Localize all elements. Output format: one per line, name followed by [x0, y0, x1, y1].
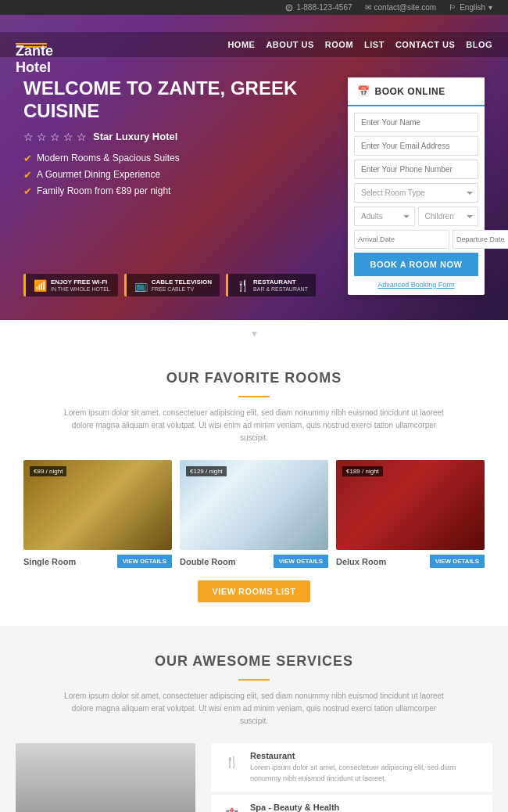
amenity-restaurant: 🍴 RESTAURANT BAR & RESTAURANT [226, 274, 316, 296]
nav-home[interactable]: HOME [227, 40, 255, 49]
rooms-section: OUR FAVORITE ROOMS Lorem ipsum dolor sit… [0, 347, 508, 626]
services-section-desc: Lorem ipsum dolor sit amet, consectetuer… [59, 690, 449, 728]
view-details-double[interactable]: VIEW DETAILS [274, 555, 328, 568]
phone-input[interactable] [354, 160, 478, 179]
star-rating: ☆ ☆ ☆ ☆ ☆ Star Luxury Hotel [23, 131, 332, 143]
scroll-indicator: ▾ [0, 320, 508, 347]
star-4: ☆ [63, 131, 73, 143]
services-image [16, 743, 195, 812]
check-icon-2: ✔ [23, 169, 32, 181]
name-input[interactable] [354, 113, 478, 132]
email-info: ✉ contact@site.com [365, 3, 437, 12]
hero-section: Zante Hotel HOME ABOUT US ROOM LIST CONT… [0, 15, 508, 320]
nav-list[interactable]: LIST [364, 40, 385, 49]
restaurant-icon: 🍴 [236, 279, 249, 292]
star-1: ☆ [23, 131, 34, 143]
room-type-select[interactable]: Select Room Type Single Room Double Room… [354, 183, 478, 203]
star-5: ☆ [77, 131, 87, 143]
rooms-divider [238, 396, 270, 397]
feature-2: ✔ A Gourmet Dining Experience [23, 169, 332, 181]
guests-row: Adults 1 2 3 Children 0 1 2 [354, 207, 478, 226]
room-footer-double: Double Room VIEW DETAILS [180, 555, 328, 568]
services-header: OUR AWESOME SERVICES Lorem ipsum dolor s… [16, 653, 492, 728]
room-price-single: €89 / night [30, 466, 66, 476]
services-content: 🍴 Restaurant Lorem ipsum dolor sit amet,… [16, 743, 492, 812]
check-icon-3: ✔ [23, 185, 32, 197]
rooms-section-title: OUR FAVORITE ROOMS [16, 370, 492, 386]
amenity-wifi: 📶 ENJOY FREE WI-FI IN THE WHOLE HOTEL [23, 274, 118, 296]
amenity-bar: 📶 ENJOY FREE WI-FI IN THE WHOLE HOTEL 📺 … [23, 274, 316, 296]
site-header: Zante Hotel HOME ABOUT US ROOM LIST CONT… [0, 32, 508, 57]
spa-service-icon: 🏥 [220, 803, 242, 812]
nav-contact[interactable]: CONTACT US [395, 40, 455, 49]
arrival-input[interactable] [354, 230, 449, 249]
hero-features: ✔ Modern Rooms & Spacious Suites ✔ A Gou… [23, 153, 332, 197]
email-input[interactable] [354, 136, 478, 156]
conf-room-bg [16, 743, 195, 812]
nav-about[interactable]: ABOUT US [266, 40, 313, 49]
advanced-booking-link[interactable]: Advanced Booking Form [354, 281, 478, 289]
site-logo: Zante Hotel [16, 41, 47, 48]
wifi-icon: 📶 [34, 279, 47, 292]
room-footer-single: Single Room VIEW DETAILS [23, 555, 172, 568]
check-icon-1: ✔ [23, 153, 32, 164]
tv-icon: 📺 [134, 279, 148, 292]
adults-select[interactable]: Adults 1 2 3 [354, 207, 415, 226]
dates-row [354, 230, 478, 249]
scroll-down-icon: ▾ [252, 327, 257, 340]
booking-panel: 📅 BOOK ONLINE Select Room Type Single Ro… [348, 77, 485, 295]
room-image-single: €89 / night [23, 460, 172, 550]
services-list: 🍴 Restaurant Lorem ipsum dolor sit amet,… [211, 743, 492, 812]
amenity-tv: 📺 CABLE TELEVISION FREE CABLE TV [124, 274, 220, 296]
view-details-single[interactable]: VIEW DETAILS [117, 555, 172, 568]
hero-content: WELCOME TO ZANTE, GREEK CUISINE ☆ ☆ ☆ ☆ … [0, 15, 508, 311]
book-now-button[interactable]: BOOK A ROOM NOW [354, 253, 478, 276]
service-restaurant: 🍴 Restaurant Lorem ipsum dolor sit amet,… [211, 743, 492, 792]
restaurant-service-icon: 🍴 [220, 751, 242, 773]
rooms-section-desc: Lorem ipsum dolor sit amet, consectetuer… [59, 407, 449, 444]
room-card-double: €129 / night Double Room VIEW DETAILS [180, 460, 328, 568]
rooms-grid: €89 / night Single Room VIEW DETAILS €12… [16, 460, 492, 568]
room-name-single: Single Room [23, 557, 76, 566]
language-selector[interactable]: 🏳 English ▾ [449, 3, 492, 12]
room-price-double: €129 / night [186, 466, 227, 476]
services-section: OUR AWESOME SERVICES Lorem ipsum dolor s… [0, 626, 508, 812]
star-2: ☆ [37, 131, 47, 143]
feature-3: ✔ Family Room from €89 per night [23, 185, 332, 197]
svg-text:✆: ✆ [287, 5, 292, 11]
service-text-restaurant: Restaurant Lorem ipsum dolor sit amet, c… [250, 751, 483, 784]
room-name-double: Double Room [180, 557, 236, 566]
star-3: ☆ [50, 131, 60, 143]
room-name-delux: Delux Room [336, 557, 386, 566]
departure-input[interactable] [453, 230, 508, 249]
top-bar: ✆ 1-888-123-4567 ✉ contact@site.com 🏳 En… [0, 0, 508, 15]
hero-text: WELCOME TO ZANTE, GREEK CUISINE ☆ ☆ ☆ ☆ … [23, 77, 332, 202]
feature-1: ✔ Modern Rooms & Spacious Suites [23, 153, 332, 164]
service-text-spa: Spa - Beauty & Health Lorem ipsum dolor … [250, 803, 483, 812]
main-nav: HOME ABOUT US ROOM LIST CONTACT US BLOG [227, 40, 492, 49]
services-divider [238, 679, 270, 681]
booking-body: Select Room Type Single Room Double Room… [348, 106, 485, 295]
view-rooms-list-button[interactable]: VIEW ROOMS LIST [198, 580, 309, 602]
room-card-single: €89 / night Single Room VIEW DETAILS [23, 460, 172, 568]
children-select[interactable]: Children 0 1 2 [418, 207, 479, 226]
room-card-delux: €189 / night Delux Room VIEW DETAILS [336, 460, 485, 568]
services-section-title: OUR AWESOME SERVICES [16, 653, 492, 670]
room-image-delux: €189 / night [336, 460, 485, 550]
nav-blog[interactable]: BLOG [466, 40, 492, 49]
room-price-delux: €189 / night [342, 466, 383, 476]
hero-title: WELCOME TO ZANTE, GREEK CUISINE [23, 77, 332, 123]
view-details-delux[interactable]: VIEW DETAILS [430, 555, 485, 568]
room-image-double: €129 / night [180, 460, 328, 550]
calendar-icon: 📅 [357, 85, 370, 97]
phone-info: ✆ 1-888-123-4567 [285, 3, 352, 12]
service-spa: 🏥 Spa - Beauty & Health Lorem ipsum dolo… [211, 795, 492, 812]
room-footer-delux: Delux Room VIEW DETAILS [336, 555, 485, 568]
booking-header: 📅 BOOK ONLINE [348, 77, 485, 106]
nav-room[interactable]: ROOM [325, 40, 353, 49]
